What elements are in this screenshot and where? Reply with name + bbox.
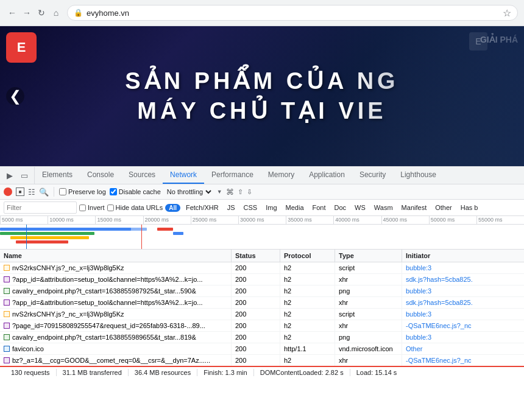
timeline-bar-2 — [0, 232, 94, 235]
file-type-icon — [4, 288, 10, 294]
td-type: png — [335, 332, 402, 343]
filter-type-media[interactable]: Media — [283, 203, 307, 212]
td-initiator: bubble:3 — [402, 262, 524, 273]
toolbar-separator-1 — [54, 187, 54, 197]
filter-type-css[interactable]: CSS — [241, 203, 261, 212]
filter-type-ws[interactable]: WS — [352, 203, 369, 212]
tab-lighthouse[interactable]: Lighthouse — [393, 167, 444, 184]
load-line — [141, 225, 142, 249]
file-type-icon — [4, 311, 10, 317]
td-name: cavalry_endpoint.php?t_cstart=1638855989… — [0, 332, 232, 343]
tab-security[interactable]: Security — [352, 167, 393, 184]
header-initiator[interactable]: Initiator — [402, 250, 524, 262]
file-type-icon — [4, 276, 10, 282]
td-status: 200 — [232, 332, 280, 343]
table-row[interactable]: ?app_id=&attribution=setup_tool&channel=… — [0, 297, 524, 309]
td-protocol: h2 — [280, 262, 335, 273]
tab-memory[interactable]: Memory — [261, 167, 302, 184]
td-initiator: bubble:3 — [402, 332, 524, 343]
td-status: 200 — [232, 262, 280, 273]
stop-button[interactable]: ◾ — [16, 187, 24, 196]
website-preview: E E GIẢI PHÁ ❮ SẢN PHẨM CỦA NG MÁY CHỦ T… — [0, 26, 524, 166]
td-status: 200 — [232, 309, 280, 320]
device-toggle-button[interactable]: ▭ — [18, 169, 30, 181]
record-button[interactable] — [4, 187, 12, 196]
all-filter-badge[interactable]: All — [165, 204, 180, 212]
preserve-log-input[interactable] — [59, 188, 66, 195]
timeline-bars — [0, 225, 524, 249]
throttle-select[interactable]: No throttling — [165, 187, 213, 196]
status-bar: 130 requests 31.1 MB transferred 36.4 MB… — [0, 366, 524, 378]
td-initiator: bubble:3 — [402, 309, 524, 320]
devtools: ▶ ▭ Elements Console Sources Network Per… — [0, 166, 524, 378]
filter-type-wasm[interactable]: Wasm — [371, 203, 396, 212]
timeline-area: 5000 ms 10000 ms 15000 ms 20000 ms 25000… — [0, 216, 524, 250]
table-header: Name Status Protocol Type Initiator — [0, 250, 524, 262]
table-body: nvS2rksCNHY.js?_nc_x=lj3Wp8lg5Kz200h2scr… — [0, 262, 524, 366]
tab-sources[interactable]: Sources — [121, 167, 163, 184]
table-row[interactable]: cavalry_endpoint.php?t_cstart=1638855987… — [0, 285, 524, 297]
file-name: ?app_id=&attribution=setup_tool&channel=… — [12, 276, 203, 283]
file-type-icon — [4, 299, 10, 306]
tab-performance[interactable]: Performance — [204, 167, 261, 184]
table-row[interactable]: ?app_id=&attribution=setup_tool&channel=… — [0, 274, 524, 285]
file-name: ?page_id=709158089255547&request_id=265f… — [12, 322, 205, 329]
file-name: nvS2rksCNHY.js?_nc_x=lj3Wp8lg5Kz — [12, 310, 124, 318]
filter-type-js[interactable]: JS — [224, 203, 238, 212]
header-type[interactable]: Type — [335, 250, 402, 262]
preserve-log-checkbox[interactable]: Preserve log — [59, 188, 106, 195]
search-icon[interactable]: 🔍 — [39, 187, 49, 197]
filter-type-manifest[interactable]: Manifest — [398, 203, 430, 212]
filter-type-doc[interactable]: Doc — [331, 203, 350, 212]
td-name: bz?_a=1&__ccg=GOOD&__comet_req=0&__csr=&… — [0, 355, 232, 366]
header-status[interactable]: Status — [232, 250, 280, 262]
table-row[interactable]: ?page_id=709158089255547&request_id=265f… — [0, 320, 524, 332]
disable-cache-checkbox[interactable]: Disable cache — [110, 188, 161, 195]
ruler-mark-9: 50000 ms — [429, 216, 476, 224]
tab-network[interactable]: Network — [163, 167, 204, 184]
filter-icon[interactable]: ☷ — [28, 187, 35, 197]
filter-type-has[interactable]: Has b — [458, 203, 481, 212]
invert-checkbox[interactable]: Invert — [79, 204, 105, 211]
td-status: 200 — [232, 343, 280, 354]
table-row[interactable]: cavalry_endpoint.php?t_cstart=1638855989… — [0, 332, 524, 343]
bookmark-icon[interactable]: ☆ — [503, 7, 511, 19]
filter-type-img[interactable]: Img — [263, 203, 280, 212]
back-button[interactable]: ← — [6, 7, 18, 19]
reload-button[interactable]: ↻ — [35, 7, 48, 19]
header-protocol[interactable]: Protocol — [280, 250, 335, 262]
timeline-bar-6 — [157, 228, 173, 231]
hide-data-urls-checkbox[interactable]: Hide data URLs — [107, 204, 163, 211]
inspect-element-button[interactable]: ▶ — [4, 169, 16, 181]
table-row[interactable]: favicon.ico200http/1.1vnd.microsoft.icon… — [0, 343, 524, 355]
td-type: script — [335, 309, 402, 320]
td-protocol: h2 — [280, 274, 335, 285]
server-bg — [341, 26, 524, 166]
header-name[interactable]: Name — [0, 250, 232, 262]
table-row[interactable]: nvS2rksCNHY.js?_nc_x=lj3Wp8lg5Kz200h2scr… — [0, 309, 524, 320]
tab-application[interactable]: Application — [302, 167, 352, 184]
table-row[interactable]: bz?_a=1&__ccg=GOOD&__comet_req=0&__csr=&… — [0, 355, 524, 366]
forward-button[interactable]: → — [21, 7, 33, 19]
nav-buttons: ← → ↻ ⌂ — [6, 7, 62, 19]
filter-type-fetch-xhr[interactable]: Fetch/XHR — [183, 203, 222, 212]
filter-type-font[interactable]: Font — [310, 203, 329, 212]
file-name: bz?_a=1&__ccg=GOOD&__comet_req=0&__csr=&… — [12, 357, 210, 364]
network-table: Name Status Protocol Type Initiator nvS2… — [0, 250, 524, 366]
home-button[interactable]: ⌂ — [50, 7, 62, 19]
file-name: cavalry_endpoint.php?t_cstart=1638855989… — [12, 334, 196, 341]
filter-type-other[interactable]: Other — [432, 203, 455, 212]
status-dom-content-loaded: DOMContentLoaded: 2.82 s — [254, 369, 350, 376]
td-protocol: h2 — [280, 309, 335, 320]
ruler-mark-1: 10000 ms — [48, 216, 95, 224]
tab-console[interactable]: Console — [80, 167, 121, 184]
invert-input[interactable] — [79, 205, 86, 211]
hide-data-urls-input[interactable] — [107, 205, 114, 211]
tab-elements[interactable]: Elements — [35, 167, 80, 184]
td-name: ?page_id=709158089255547&request_id=265f… — [0, 320, 232, 331]
filter-input[interactable] — [4, 201, 77, 214]
td-protocol: h2 — [280, 320, 335, 331]
disable-cache-input[interactable] — [110, 188, 117, 195]
address-bar[interactable]: 🔒 evyhome.vn ☆ — [67, 5, 518, 21]
table-row[interactable]: nvS2rksCNHY.js?_nc_x=lj3Wp8lg5Kz200h2scr… — [0, 262, 524, 274]
